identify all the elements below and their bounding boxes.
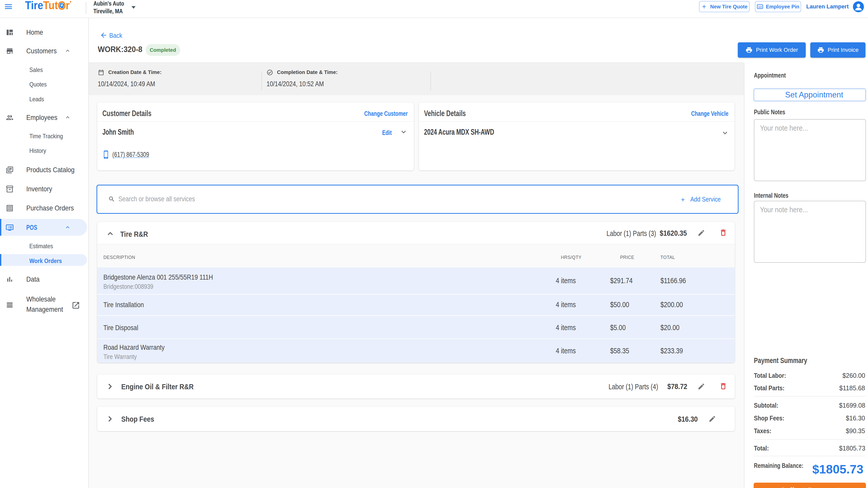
svg-text:123: 123 (758, 6, 762, 8)
